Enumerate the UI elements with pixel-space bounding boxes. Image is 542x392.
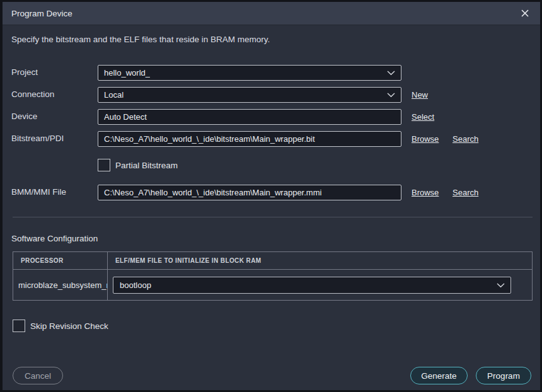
- software-configuration-title: Software Configuration: [11, 234, 98, 243]
- program-device-dialog: Program Device Specify the bitstream and…: [3, 2, 540, 390]
- close-button[interactable]: [520, 8, 530, 18]
- connection-value: Local: [104, 90, 124, 100]
- elf-file-cell: bootloop: [108, 270, 533, 301]
- dialog-titlebar: Program Device: [3, 2, 540, 25]
- device-select-link[interactable]: Select: [412, 112, 434, 122]
- bitstream-label: Bitstream/PDI: [11, 134, 64, 143]
- program-device-dialog-screen: Program Device Specify the bitstream and…: [0, 0, 542, 392]
- bitstream-browse-link[interactable]: Browse: [412, 134, 439, 144]
- partial-bitstream-label: Partial Bitstream: [115, 161, 178, 170]
- processor-column-header: PROCESSOR: [13, 252, 108, 270]
- connection-dropdown[interactable]: Local: [98, 87, 401, 103]
- elf-file-column-header: ELF/MEM FILE TO INITIALIZE IN BLOCK RAM: [108, 252, 533, 270]
- device-input[interactable]: [98, 109, 401, 125]
- elf-file-dropdown[interactable]: bootloop: [113, 277, 511, 294]
- chevron-down-icon: [497, 283, 505, 288]
- dialog-title: Program Device: [11, 9, 72, 18]
- cancel-button[interactable]: Cancel: [13, 367, 63, 384]
- project-value: hello_world_: [104, 68, 150, 78]
- bitstream-search-link[interactable]: Search: [453, 134, 478, 144]
- section-divider: [13, 217, 533, 217]
- processor-cell: microblaze_subsystem_mi: [13, 270, 108, 301]
- bmm-search-link[interactable]: Search: [453, 188, 478, 197]
- project-label: Project: [11, 67, 38, 77]
- connection-label: Connection: [11, 89, 54, 99]
- project-dropdown[interactable]: hello_world_: [98, 65, 401, 81]
- skip-revision-check-label: Skip Revision Check: [30, 321, 108, 331]
- device-label: Device: [11, 112, 37, 121]
- bmm-input[interactable]: [98, 185, 401, 200]
- bmm-browse-link[interactable]: Browse: [412, 188, 439, 197]
- bmm-label: BMM/MMI File: [11, 187, 66, 197]
- dialog-description: Specify the bitstream and the ELF files …: [11, 35, 270, 44]
- close-icon: [521, 9, 529, 17]
- chevron-down-icon: [387, 93, 395, 98]
- elf-file-value: bootloop: [120, 280, 151, 290]
- table-header-row: PROCESSOR ELF/MEM FILE TO INITIALIZE IN …: [13, 252, 533, 270]
- table-row: microblaze_subsystem_mi bootloop: [13, 270, 533, 301]
- connection-new-link[interactable]: New: [412, 90, 428, 100]
- bitstream-input[interactable]: [98, 131, 401, 147]
- partial-bitstream-checkbox[interactable]: [98, 159, 110, 171]
- program-button[interactable]: Program: [476, 367, 531, 384]
- software-configuration-table: PROCESSOR ELF/MEM FILE TO INITIALIZE IN …: [13, 251, 533, 301]
- chevron-down-icon: [387, 71, 395, 76]
- skip-revision-check-checkbox[interactable]: [13, 320, 25, 332]
- generate-button[interactable]: Generate: [410, 367, 468, 384]
